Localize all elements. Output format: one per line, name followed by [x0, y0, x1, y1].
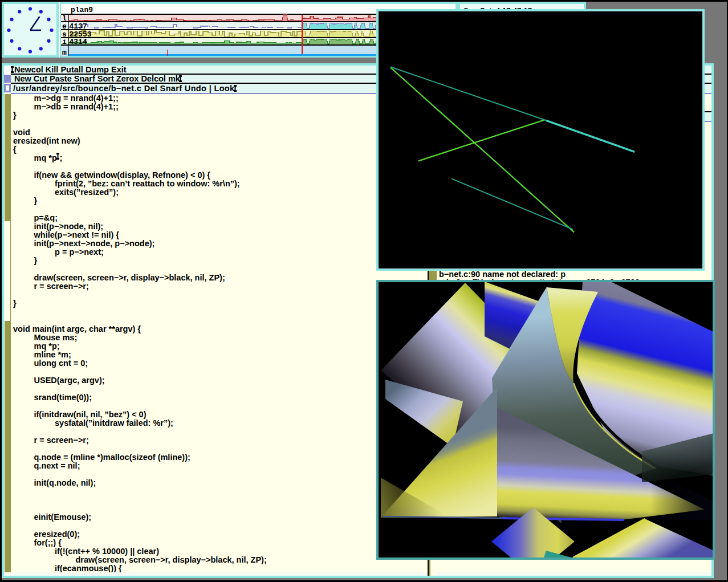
svg-text:m: m — [62, 48, 67, 56]
svg-text:4314: 4314 — [70, 38, 87, 46]
svg-text:plan9: plan9 — [71, 6, 93, 14]
svg-text:4137: 4137 — [70, 22, 87, 31]
